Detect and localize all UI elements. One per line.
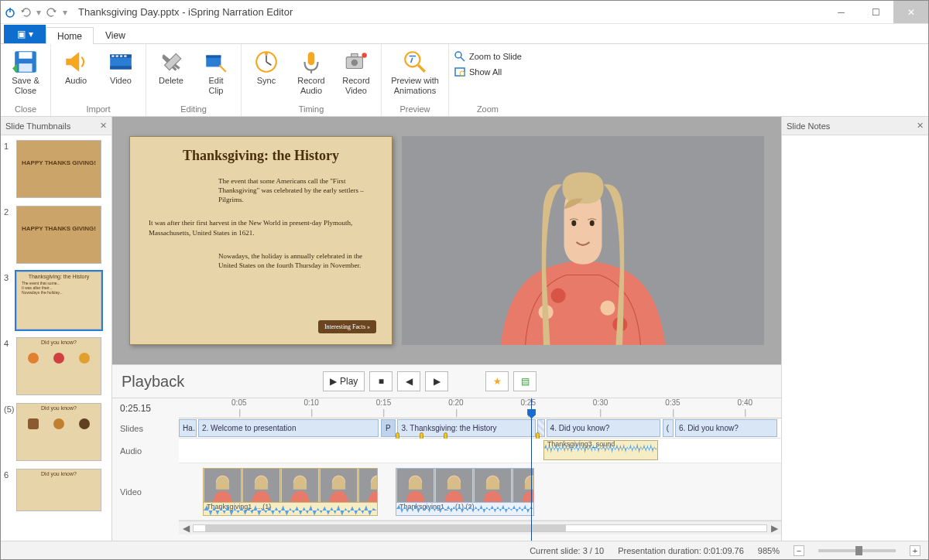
timeline: 0:25.15 Slides Audio Video 0:05 0:10 0:1… [112, 398, 781, 541]
stop-button[interactable]: ■ [369, 371, 393, 391]
quick-access-toolbar: ▾ ▾ [1, 6, 69, 19]
slide-clip-1[interactable]: Ha… [179, 419, 197, 437]
svg-rect-10 [120, 56, 122, 57]
status-bar: Current slide: 3 / 10 Presentation durat… [1, 541, 928, 559]
thumb-2[interactable]: HAPPY THANKS GIVING! [16, 206, 101, 264]
scroll-right-icon[interactable]: ▶ [767, 523, 781, 534]
sync-button[interactable]: Sync [246, 47, 286, 86]
thumb-5[interactable]: Did you know? [16, 403, 101, 461]
preview-animations-button[interactable]: Preview with Animations [386, 47, 444, 95]
group-close: Close [15, 104, 36, 116]
video-preview [402, 136, 764, 345]
svg-line-17 [266, 62, 271, 65]
track-label-slides: Slides [112, 418, 179, 439]
record-audio-button[interactable]: Record Audio [291, 47, 331, 95]
qat-redo-icon[interactable] [46, 6, 58, 19]
qat-power-icon[interactable] [4, 6, 16, 19]
slide-paragraph-2: It was after their first harvest in the … [149, 218, 373, 237]
group-import: Import [86, 104, 110, 116]
qat-dropdown-icon[interactable]: ▾ [35, 7, 43, 18]
timeline-area[interactable]: 0:05 0:10 0:15 0:20 0:25 0:30 0:35 0:40 … [179, 398, 781, 541]
tab-view[interactable]: View [94, 26, 137, 43]
save-close-button[interactable]: Save & Close [5, 47, 46, 95]
ruler[interactable]: 0:05 0:10 0:15 0:20 0:25 0:30 0:35 0:40 [179, 398, 781, 418]
thumb-num-6: 6 [4, 469, 13, 480]
zoom-slider[interactable] [818, 549, 896, 552]
maximize-button[interactable]: ☐ [859, 1, 893, 23]
audio-clip[interactable]: Thanksgiving3_sound [543, 440, 658, 460]
slide-clip-3[interactable]: 3. Thanksgiving: the History [397, 419, 536, 437]
scroll-left-icon[interactable]: ◀ [179, 523, 193, 534]
svg-point-35 [571, 220, 576, 226]
video-clip-1[interactable]: Thanksgiving1_…(1) [203, 466, 378, 516]
notes-body[interactable] [782, 135, 928, 541]
svg-point-15 [265, 52, 268, 55]
titlebar: ▾ ▾ Thanksgiving Day.pptx - iSpring Narr… [1, 1, 928, 24]
slide-clip-2[interactable]: 2. Welcome to presentation [198, 419, 379, 437]
slide-clip-4[interactable]: 4. Did you know? [547, 419, 661, 437]
thumb-6[interactable]: Did you know? [16, 469, 101, 511]
group-editing: Editing [180, 104, 207, 116]
time-readout: 0:25.15 [112, 398, 179, 418]
ribbon-tabs: ▣▾ Home View [1, 24, 928, 44]
slide-clip-5[interactable]: ( [663, 419, 674, 437]
zoom-to-slide-button[interactable]: Zoom to Slide [454, 50, 522, 63]
next-button[interactable]: ▶ [425, 371, 448, 391]
track-label-audio: Audio [112, 439, 179, 463]
show-all-button[interactable]: Show All [454, 66, 522, 78]
thumb-1[interactable]: HAPPY THANKS GIVING! [16, 140, 101, 198]
group-timing: Timing [299, 104, 324, 116]
minimize-button[interactable]: ─ [824, 1, 859, 23]
edit-clip-button[interactable]: Edit Clip [196, 47, 236, 95]
svg-point-26 [455, 52, 461, 58]
svg-line-27 [461, 57, 464, 61]
horizontal-scrollbar[interactable]: ◀ ▶ [179, 521, 781, 534]
notes-close-icon[interactable]: ✕ [917, 121, 924, 131]
slide-clip-p[interactable]: P [381, 419, 396, 437]
thumb-3[interactable]: Thanksgiving: the HistoryThe event that … [16, 271, 101, 330]
svg-rect-3 [19, 52, 33, 59]
slide-notes-panel: Slide Notes ✕ [781, 117, 928, 541]
video-clip-2[interactable]: Thanksgiving1_…(1) (2) [396, 466, 534, 516]
audio-label: Audio [65, 76, 87, 86]
ribbon: Save & Close Close Audio Video Import [1, 44, 928, 117]
show-all-label: Show All [469, 67, 502, 77]
qat-dropdown2-icon[interactable]: ▾ [61, 7, 69, 18]
playhead[interactable] [531, 398, 532, 541]
preview-animations-label: Preview with Animations [391, 76, 439, 95]
zoom-in-button[interactable]: + [910, 545, 920, 556]
record-video-button[interactable]: Record Video [336, 47, 376, 95]
audio-track[interactable]: Thanksgiving3_sound [179, 439, 781, 463]
save-close-label: Save & Close [12, 76, 39, 95]
play-button[interactable]: ▶Play [323, 371, 365, 391]
status-zoom: 985% [758, 546, 780, 555]
svg-point-33 [600, 301, 615, 316]
thumb-4[interactable]: Did you know? [16, 337, 101, 395]
thumbnails-close-icon[interactable]: ✕ [100, 121, 107, 131]
video-track[interactable]: Thanksgiving1_…(1) [179, 463, 781, 521]
zoom-out-button[interactable]: − [794, 545, 804, 556]
slide-clip-6[interactable]: 6. Did you know? [675, 419, 777, 437]
delete-button[interactable]: Delete [151, 47, 191, 86]
close-button[interactable]: ✕ [893, 1, 928, 23]
app-window: ▾ ▾ Thanksgiving Day.pptx - iSpring Narr… [0, 0, 929, 560]
sync-label: Sync [257, 76, 276, 86]
file-tab[interactable]: ▣▾ [4, 25, 46, 43]
audio-button[interactable]: Audio [56, 47, 96, 86]
thumb-num-3: 3 [4, 271, 13, 282]
slide-heading: Thanksgiving: the History [149, 148, 373, 164]
thumbnail-list[interactable]: 1 HAPPY THANKS GIVING! 2 HAPPY THANKS GI… [1, 135, 111, 541]
svg-rect-18 [308, 52, 315, 65]
layout-button[interactable]: ▤ [513, 371, 536, 391]
interesting-facts-button: Interesting Facts » [318, 320, 376, 333]
thumb-num-1: 1 [4, 140, 13, 151]
star-button[interactable]: ★ [485, 371, 509, 391]
video-button[interactable]: Video [101, 47, 141, 86]
qat-undo-icon[interactable] [19, 6, 32, 19]
tab-home[interactable]: Home [46, 27, 94, 44]
svg-rect-22 [351, 53, 358, 56]
prev-button[interactable]: ◀ [397, 371, 420, 391]
playback-header: Playback ▶Play ■ ◀ ▶ ★ ▤ [112, 364, 781, 398]
slides-track[interactable]: Ha… 2. Welcome to presentation P 3. Than… [179, 418, 781, 439]
slide-paragraph-3: Nowadays, the holiday is annually celebr… [149, 251, 373, 270]
